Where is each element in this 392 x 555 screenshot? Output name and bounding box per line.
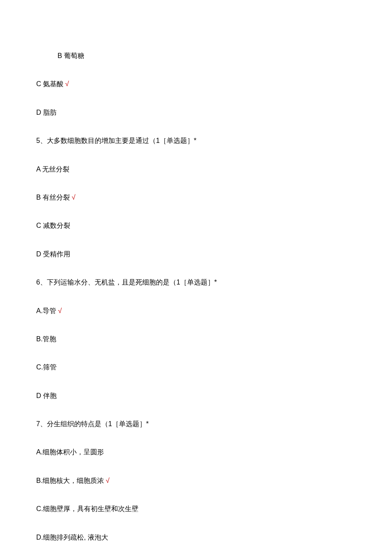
line-text: 7、分生组织的特点是（1［单选题］* bbox=[36, 420, 149, 427]
line-text: D 脂肪 bbox=[36, 109, 57, 116]
correct-mark-icon: √ bbox=[65, 80, 69, 87]
document-line: A.导管√ bbox=[36, 306, 356, 316]
line-text: A.细胞体积小，呈圆形 bbox=[36, 448, 104, 456]
line-text: B 有丝分裂 bbox=[36, 194, 70, 201]
document-line: A 无丝分裂 bbox=[36, 165, 356, 174]
document-line: 6、下列运输水分、无机盐，且是死细胞的是（1［单选题］* bbox=[36, 278, 356, 287]
line-text: D 受精作用 bbox=[36, 250, 70, 258]
document-line: C.筛管 bbox=[36, 363, 356, 372]
line-text: C 减数分裂 bbox=[36, 222, 70, 229]
line-text: B.管胞 bbox=[36, 335, 56, 343]
line-text: A 无丝分裂 bbox=[36, 166, 69, 173]
document-line: B 葡萄糖 bbox=[36, 51, 356, 61]
line-text: C 氨基酸 bbox=[36, 80, 63, 87]
correct-mark-icon: √ bbox=[106, 477, 110, 484]
line-text: 6、下列运输水分、无机盐，且是死细胞的是（1［单选题］* bbox=[36, 279, 217, 286]
document-line: B 有丝分裂√ bbox=[36, 193, 356, 202]
correct-mark-icon: √ bbox=[58, 307, 62, 314]
document-line: 7、分生组织的特点是（1［单选题］* bbox=[36, 419, 356, 429]
document-line: C 氨基酸√ bbox=[36, 79, 356, 89]
document-line: D.细胞排列疏松, 液泡大 bbox=[36, 533, 356, 542]
document-line: 5、大多数细胞数目的增加主要是通过（1［单选题］* bbox=[36, 136, 356, 145]
document-line: B.管胞 bbox=[36, 334, 356, 344]
document-line: A.细胞体积小，呈圆形 bbox=[36, 447, 356, 457]
line-text: C.筛管 bbox=[36, 363, 57, 371]
line-text: B.细胞核大，细胞质浓 bbox=[36, 477, 104, 484]
correct-mark-icon: √ bbox=[72, 194, 75, 201]
line-text: C.细胞壁厚，具有初生壁和次生壁 bbox=[36, 505, 138, 512]
document-line: D 脂肪 bbox=[36, 108, 356, 117]
line-text: 5、大多数细胞数目的增加主要是通过（1［单选题］* bbox=[36, 137, 196, 144]
line-text: B 葡萄糖 bbox=[58, 52, 84, 59]
document-line: D 受精作用 bbox=[36, 250, 356, 259]
line-text: D.细胞排列疏松, 液泡大 bbox=[36, 534, 108, 541]
line-text: A.导管 bbox=[36, 307, 56, 314]
line-text: D 伴胞 bbox=[36, 392, 57, 399]
document-line: D 伴胞 bbox=[36, 391, 356, 401]
document-line: C 减数分裂 bbox=[36, 221, 356, 230]
document-line: C.细胞壁厚，具有初生壁和次生壁 bbox=[36, 504, 356, 514]
document-line: B.细胞核大，细胞质浓√ bbox=[36, 476, 356, 485]
